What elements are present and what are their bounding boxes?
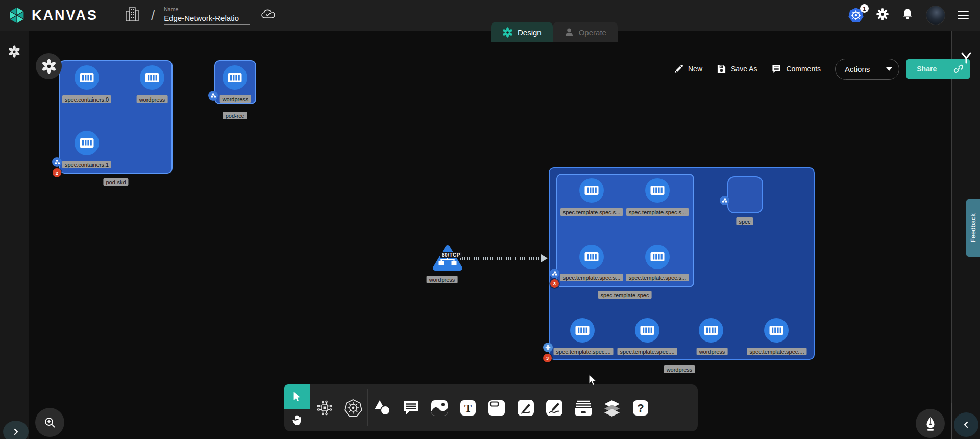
shapes-icon <box>373 399 391 417</box>
y-panel-icon[interactable] <box>960 51 973 66</box>
save-as-button-label: Save As <box>731 65 757 73</box>
save-as-button[interactable]: Save As <box>717 64 757 74</box>
container-node[interactable] <box>579 245 604 269</box>
share-button-label[interactable]: Share <box>906 59 947 79</box>
container-node[interactable] <box>699 318 723 343</box>
text-tool[interactable]: T <box>454 384 482 431</box>
sticky-note-icon <box>487 399 506 417</box>
left-rail <box>0 31 29 439</box>
container-node[interactable] <box>645 245 670 269</box>
mode-tabs: Design Operate <box>491 22 618 42</box>
building-icon[interactable] <box>125 6 140 25</box>
deployment-badge-icon[interactable] <box>543 343 553 352</box>
actions-dropdown-caret[interactable] <box>879 59 899 79</box>
pencil-icon <box>674 64 683 74</box>
actions-dropdown-label[interactable]: Actions <box>836 59 879 79</box>
kubernetes-tool[interactable] <box>339 384 368 431</box>
tab-design[interactable]: Design <box>491 22 553 42</box>
container-label: spec.template.spec.... <box>554 348 614 355</box>
help-tool[interactable]: ? <box>626 384 655 431</box>
image-tool[interactable] <box>425 384 454 431</box>
layers-tool[interactable] <box>598 384 626 431</box>
container-label: spec.template.spec.s... <box>626 208 689 216</box>
container-label: spec.template.spec.s... <box>560 274 623 281</box>
issue-count-badge[interactable]: 2 <box>53 168 61 177</box>
comments-button[interactable]: Comments <box>771 64 821 74</box>
container-node[interactable] <box>75 131 99 155</box>
container-label: spec.template.spec.... <box>747 348 807 355</box>
kubernetes-context-button[interactable]: 1 <box>848 8 864 23</box>
text-tool-glyph: T <box>464 402 472 414</box>
pen-icon <box>517 399 535 417</box>
sticky-note-tool[interactable] <box>482 384 511 431</box>
expand-left-panel-button[interactable] <box>3 421 29 439</box>
hierarchy-badge-icon[interactable] <box>52 157 62 167</box>
issue-count-badge[interactable]: 3 <box>550 279 559 288</box>
kubernetes-helm-icon <box>344 399 362 417</box>
service-node[interactable] <box>431 243 464 272</box>
drawing-tools <box>511 384 569 431</box>
pan-tool-button[interactable] <box>284 409 310 431</box>
container-label: spec.template.spec.s... <box>626 274 689 281</box>
hierarchy-badge-icon[interactable] <box>208 91 218 101</box>
pod-skd-label: pod-skd <box>103 178 128 186</box>
wordpress-group-label: wordpress <box>664 365 695 373</box>
sync-spinner-icon[interactable] <box>8 45 20 60</box>
comment-tool[interactable] <box>397 384 425 431</box>
design-name-input[interactable] <box>164 13 250 25</box>
ink-pen-button[interactable] <box>916 409 945 438</box>
new-button[interactable]: New <box>674 64 702 74</box>
freehand-pen-icon <box>545 399 564 417</box>
freehand-draw-tool[interactable] <box>540 384 569 431</box>
image-icon <box>430 399 449 417</box>
pen-edit-tool[interactable] <box>511 384 540 431</box>
notifications-bell-icon[interactable] <box>901 8 914 23</box>
comments-button-label: Comments <box>786 65 821 73</box>
feedback-tab[interactable]: Feedback <box>966 199 980 257</box>
collapse-right-panel-button[interactable] <box>954 412 978 437</box>
container-node[interactable] <box>645 178 670 203</box>
container-label: spec.template.spec.s... <box>560 208 623 216</box>
actions-dropdown[interactable]: Actions <box>835 59 899 80</box>
zoom-button[interactable] <box>35 408 64 437</box>
select-tool-button[interactable] <box>284 384 310 409</box>
spec-template-spec-group[interactable] <box>556 174 694 287</box>
spec-node[interactable] <box>727 176 763 213</box>
comment-icon <box>771 64 781 74</box>
hamburger-menu-icon[interactable] <box>958 11 969 20</box>
service-edge[interactable] <box>458 257 543 260</box>
chevron-right-icon <box>12 428 19 435</box>
top-header: KANVAS / Name <box>0 0 980 31</box>
container-node[interactable] <box>635 318 659 343</box>
canvas-toolbar: T <box>284 384 698 431</box>
shapes-tool[interactable] <box>368 384 397 431</box>
chip-icon <box>316 399 333 417</box>
hierarchy-badge-icon[interactable] <box>720 196 729 205</box>
cursor-arrow-icon <box>291 391 303 402</box>
hierarchy-badge-icon[interactable] <box>550 269 559 278</box>
edge-port-label: 80/TCP <box>440 252 462 258</box>
drawer-archive-tool[interactable] <box>569 384 598 431</box>
pointer-tools <box>284 384 310 431</box>
container-label: wordpress <box>220 95 251 103</box>
issue-count-badge[interactable]: 3 <box>543 354 552 362</box>
container-node[interactable] <box>223 65 247 90</box>
design-config-fab[interactable] <box>36 53 62 79</box>
container-label: spec.containers.0 <box>62 95 111 103</box>
components-chip-tool[interactable] <box>310 384 339 431</box>
component-tools <box>310 384 368 431</box>
spec-node-label: spec <box>736 217 753 225</box>
flower-icon <box>41 59 57 74</box>
container-node[interactable] <box>764 318 789 343</box>
comment-icon <box>402 400 420 416</box>
magnifier-plus-icon <box>43 416 57 429</box>
user-avatar[interactable] <box>926 6 945 25</box>
container-node[interactable] <box>75 65 99 90</box>
container-node[interactable] <box>570 318 595 343</box>
container-node[interactable] <box>140 65 164 90</box>
container-node[interactable] <box>579 178 604 203</box>
kanvas-logo[interactable]: KANVAS <box>7 6 98 25</box>
settings-gear-icon[interactable] <box>876 8 889 23</box>
tab-operate[interactable]: Operate <box>553 22 618 42</box>
spec-template-spec-label: spec.template.spec <box>598 291 652 299</box>
